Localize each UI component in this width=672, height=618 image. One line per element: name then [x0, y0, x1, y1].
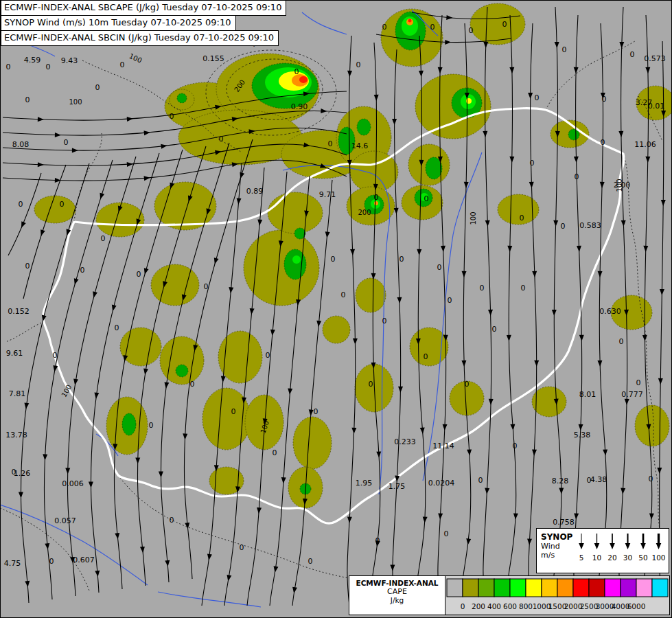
station-value-zero: 0 — [602, 95, 607, 104]
cape-tick-label: 0 — [461, 602, 465, 610]
station-value-zero: 0 — [430, 23, 435, 32]
station-value-zero: 0 — [469, 26, 474, 35]
cape-color-cell — [510, 579, 526, 597]
station-value-zero: 0 — [424, 194, 429, 203]
station-value-zero: 0 — [341, 290, 346, 299]
wind-speed-scale: 510203050100 — [572, 529, 669, 573]
station-value: 8.01 — [579, 390, 596, 399]
station-value: 0.583 — [579, 221, 601, 230]
station-value-zero: 0 — [513, 442, 518, 450]
station-value-zero: 0 — [399, 255, 404, 264]
title-block: ECMWF-INDEX-ANAL SBCAPE (J/kg) Tuesday 0… — [1, 1, 286, 46]
station-value-zero: 0 — [619, 337, 624, 346]
station-value: 4.75 — [4, 559, 21, 568]
title-line-wind: SYNOP Wind (m/s) 10m Tuesday 07-10-2025 … — [1, 15, 236, 31]
station-value-zero: 0 — [375, 536, 380, 545]
station-value-zero: 0 — [465, 380, 470, 389]
station-value-zero: 0 — [231, 407, 236, 416]
station-value: 4.38 — [590, 475, 607, 484]
cape-tick-label: 800 — [519, 602, 533, 610]
wind-speed-label: 20 — [607, 553, 616, 562]
station-value: 8.28 — [552, 477, 569, 485]
cape-color-cell — [494, 579, 510, 597]
station-value-zero: 0 — [478, 476, 483, 485]
station-value: 0.573 — [644, 54, 666, 63]
station-value-zero: 0 — [53, 351, 58, 360]
wind-legend-title: SYNOP — [541, 532, 571, 542]
title-line-sbcin: ECMWF-INDEX-ANAL SBCIN (J/kg) Tuesday 07… — [1, 30, 279, 46]
cape-color-cell — [478, 579, 494, 597]
station-value: 4.59 — [24, 56, 41, 65]
station-value-zero: 0 — [356, 60, 361, 69]
station-value-zero: 0 — [294, 67, 299, 76]
station-value-zero: 0 — [374, 193, 379, 202]
cape-color-cell — [542, 579, 557, 597]
wind-arrowhead — [625, 543, 631, 549]
wind-arrowhead — [656, 543, 662, 549]
station-value-zero: 0 — [149, 421, 154, 430]
station-value-zero: 0 — [530, 159, 535, 168]
station-value: 14.6 — [351, 141, 369, 150]
wind-legend-parameter: Wind — [541, 542, 571, 551]
cape-color-cell — [447, 579, 463, 597]
cape-color-cell — [589, 579, 605, 597]
station-value-zero: 0 — [649, 474, 653, 483]
station-value-zero: 0 — [49, 557, 54, 566]
station-value-zero: 0 — [492, 325, 497, 334]
cape-legend-parameter: CAPE — [349, 587, 445, 596]
wind-legend-labels: SYNOP Wind m/s — [537, 529, 572, 573]
wind-arrowhead — [579, 543, 584, 549]
station-value: 7.81 — [9, 389, 26, 398]
cape-color-cell — [463, 579, 478, 597]
station-value-zero: 0 — [562, 45, 567, 54]
station-value-zero: 0 — [328, 139, 333, 148]
cape-color-cell — [605, 579, 621, 597]
station-value-zero: 0 — [240, 543, 244, 552]
station-value-zero: 0 — [6, 62, 11, 71]
cape-tick-label: 6000 — [627, 602, 646, 610]
station-value: 0.89 — [246, 187, 264, 196]
station-value: 0.630 — [599, 307, 621, 316]
station-value: 9.71 — [319, 190, 336, 199]
title-line-sbcape: ECMWF-INDEX-ANAL SBCAPE (J/kg) Tuesday 0… — [1, 0, 286, 16]
station-value-zero: 0 — [80, 266, 85, 275]
weather-map: 100100200200200100100100100 4.599.430.15… — [0, 0, 672, 618]
station-value-zero: 0 — [587, 476, 592, 485]
cape-tick-label: 400 — [487, 602, 501, 610]
station-value-zero: 0 — [95, 83, 100, 92]
station-value-zero: 0 — [448, 296, 452, 305]
station-value-zero: 0 — [219, 135, 224, 144]
cape-color-cell — [526, 579, 542, 597]
station-value-zero: 0 — [101, 234, 106, 243]
station-value: 0.155 — [202, 54, 224, 63]
station-value-zero: 0 — [520, 214, 524, 222]
cape-color-cell — [557, 579, 573, 597]
station-value-zero: 0 — [561, 222, 566, 231]
station-value-zero: 0 — [575, 172, 579, 181]
station-value-zero: 0 — [266, 351, 270, 360]
station-value: 8.08 — [12, 140, 30, 149]
wind-arrowhead — [640, 543, 646, 549]
wind-speed-label: 30 — [623, 553, 632, 562]
station-value: 0.758 — [553, 518, 575, 527]
wind-speed-label: 100 — [651, 553, 665, 562]
station-value: 2.00 — [614, 181, 631, 190]
cape-colorbar: 0200400600800100015002000250030004000600… — [445, 576, 669, 615]
station-value-zero: 0 — [12, 468, 16, 477]
cape-legend-title: ECMWF-INDEX-ANAL — [349, 579, 445, 587]
wind-legend: SYNOP Wind m/s 510203050100 — [536, 528, 669, 573]
station-value: 11.14 — [432, 442, 454, 450]
station-value: 0.057 — [54, 516, 76, 525]
station-value-zero: 0 — [25, 95, 30, 104]
station-value-zero: 0 — [314, 407, 318, 416]
cape-legend-unit: J/kg — [349, 596, 445, 604]
wind-arrowhead — [610, 543, 615, 549]
station-value-zero: 0 — [170, 112, 174, 121]
cape-tick-label: 600 — [503, 602, 517, 610]
cape-color-cell — [621, 579, 636, 597]
cape-legend: ECMWF-INDEX-ANAL CAPE J/kg 0200400600800… — [349, 575, 670, 615]
station-value-zero: 0 — [382, 317, 387, 325]
station-value: 0.152 — [8, 307, 30, 316]
station-value: 0.233 — [394, 437, 416, 446]
station-value-zero: 0 — [636, 378, 641, 387]
